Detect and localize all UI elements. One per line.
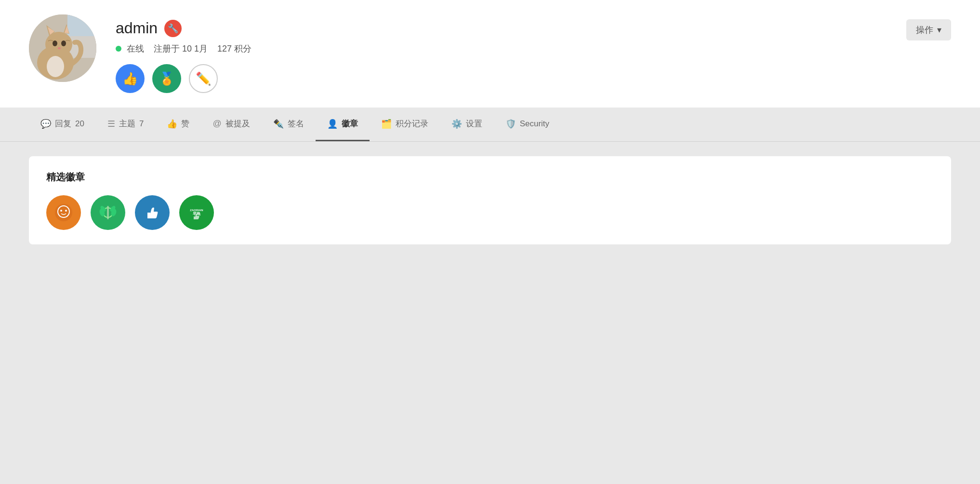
actions-button[interactable]: 操作 ▾: [906, 19, 951, 40]
tab-mentions[interactable]: @ 被提及: [201, 108, 261, 141]
edit-badge[interactable]: ✏️: [189, 64, 218, 93]
main-content: 精选徽章: [0, 142, 980, 383]
tab-security-label: Security: [520, 119, 549, 129]
tab-security[interactable]: 🛡️ Security: [494, 108, 561, 141]
badge3-icon: [142, 202, 163, 223]
tab-mentions-label: 被提及: [225, 118, 250, 129]
tab-likes[interactable]: 👍 赞: [155, 108, 201, 141]
tab-signature-label: 签名: [288, 118, 304, 129]
badge4-icon: ZAODIAN 早晚: [186, 202, 207, 223]
svg-point-16: [60, 210, 62, 212]
points-icon: 🗂️: [381, 119, 392, 129]
svg-point-11: [58, 47, 61, 49]
settings-icon: ⚙️: [451, 119, 462, 129]
svg-point-17: [65, 210, 67, 212]
online-dot: [116, 46, 121, 52]
nav-section: 💬 回复 20 ☰ 主题 7 👍 赞 @ 被提及 ✒️ 签名 👤 徽章 🗂️ 积: [0, 108, 980, 142]
tab-replies-count: 20: [75, 119, 84, 129]
badge1-icon: [53, 202, 74, 223]
nav-tabs: 💬 回复 20 ☰ 主题 7 👍 赞 @ 被提及 ✒️ 签名 👤 徽章 🗂️ 积: [29, 108, 951, 141]
topics-icon: ☰: [107, 119, 115, 129]
replies-icon: 💬: [40, 119, 51, 129]
mentions-icon: @: [212, 119, 221, 129]
svg-point-12: [47, 56, 64, 77]
badges-panel-title: 精选徽章: [46, 171, 934, 184]
featured-badge-1[interactable]: [46, 195, 81, 230]
tab-points-label: 积分记录: [396, 118, 428, 129]
featured-badge-2[interactable]: [91, 195, 125, 230]
svg-rect-24: [107, 206, 109, 219]
avatar: [29, 14, 96, 82]
profile-info: admin 🔧 在线 注册于 10 1月 127 积分 👍 🏅 ✏️: [116, 14, 951, 93]
badges-icon: 👤: [327, 119, 338, 129]
tab-topics-label: 主题: [119, 118, 135, 129]
featured-badges: ZAODIAN 早晚: [46, 195, 934, 230]
profile-section: admin 🔧 在线 注册于 10 1月 127 积分 👍 🏅 ✏️ 操作 ▾: [0, 0, 980, 108]
svg-point-10: [61, 40, 66, 46]
profile-name-row: admin 🔧: [116, 19, 951, 37]
tab-badges-label: 徽章: [342, 118, 358, 129]
profile-name: admin: [116, 19, 158, 37]
badge2-icon: [97, 202, 119, 223]
profile-badges: 👍 🏅 ✏️: [116, 64, 951, 93]
security-icon: 🛡️: [505, 119, 516, 129]
featured-badge-4[interactable]: ZAODIAN 早晚: [179, 195, 214, 230]
admin-badge: 🔧: [164, 20, 182, 37]
badges-panel: 精选徽章: [29, 156, 951, 244]
tab-topics-count: 7: [139, 119, 144, 129]
tab-replies[interactable]: 💬 回复 20: [29, 108, 96, 141]
profile-meta: 在线 注册于 10 1月 127 积分: [116, 43, 951, 54]
tab-points[interactable]: 🗂️ 积分记录: [370, 108, 440, 141]
tab-signature[interactable]: ✒️ 签名: [262, 108, 316, 141]
registered-date: 注册于 10 1月: [154, 43, 208, 54]
tab-settings-label: 设置: [466, 118, 482, 129]
laurel-badge[interactable]: 🏅: [152, 64, 181, 93]
tab-topics[interactable]: ☰ 主题 7: [96, 108, 155, 141]
online-status: 在线: [116, 43, 144, 54]
svg-point-9: [53, 40, 57, 46]
likes-icon: 👍: [167, 119, 177, 129]
thumbsup-badge[interactable]: 👍: [116, 64, 145, 93]
wrench-icon: 🔧: [168, 23, 178, 34]
signature-icon: ✒️: [273, 119, 284, 129]
featured-badge-3[interactable]: [135, 195, 170, 230]
tab-settings[interactable]: ⚙️ 设置: [440, 108, 494, 141]
points-count: 127 积分: [217, 43, 252, 54]
tab-likes-label: 赞: [181, 118, 189, 129]
tab-replies-label: 回复: [55, 118, 71, 129]
svg-rect-2: [67, 14, 96, 36]
svg-point-4: [45, 32, 72, 57]
tab-badges[interactable]: 👤 徽章: [316, 108, 370, 141]
